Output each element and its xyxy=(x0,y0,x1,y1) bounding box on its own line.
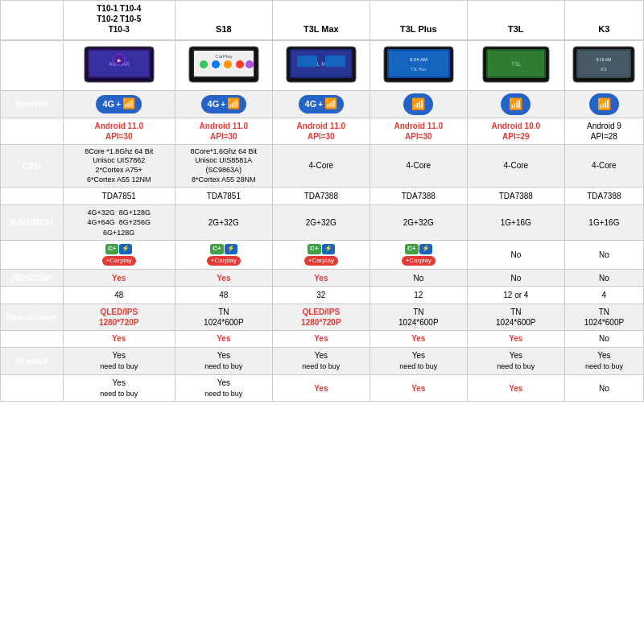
eq-val-s18: 48 xyxy=(177,290,270,300)
header-k3: K3 xyxy=(564,1,643,41)
plus-text2: + xyxy=(221,99,225,109)
internet-badge-t10: 4G + 📶 xyxy=(96,95,142,114)
system-val-s18: Android 11.0API=30 xyxy=(177,121,270,142)
carplay-icon-t3lplus: C+ ⚡ xyxy=(405,244,431,254)
wifi-icon3: 📶 xyxy=(324,97,337,111)
system-row: Syster Android 11.0API=30 Android 11.0AP… xyxy=(1,118,644,144)
model-image-k3: 8:16 AM K3 xyxy=(572,43,636,85)
svg-point-11 xyxy=(212,60,220,68)
cpu-val-t3lplus: 4-Core xyxy=(372,160,465,171)
system-val-k3: Android 9API=28 xyxy=(567,121,642,142)
rdsdsp-val-t3lmax: Yes xyxy=(275,273,368,283)
cpu-t3lplus: 4-Core xyxy=(369,144,467,188)
svg-text:K3: K3 xyxy=(601,67,608,72)
resolution-t3lplus: TN1024*600P xyxy=(369,303,467,330)
cp-green-t3lplus: C+ xyxy=(405,244,418,254)
svg-point-13 xyxy=(236,60,244,68)
svg-text:T3L: T3L xyxy=(511,61,521,67)
carplay-icon-t10: C+ ⚡ xyxy=(105,244,132,254)
eq-k3: 4 xyxy=(564,287,643,303)
rdsdsp-t3lplus: No xyxy=(369,270,467,287)
splitscreen-row: Split Screen Yes Yes Yes Yes Yes No xyxy=(1,330,644,347)
system-val-t3lplus: Android 11.0API=30 xyxy=(372,121,465,142)
cpu-val-t3lmax: 4-Core xyxy=(275,160,368,171)
rdsdsp-label: RDS/DSP xyxy=(12,273,52,283)
header-feature xyxy=(1,1,64,41)
aivoice-val-t3lplus: Yesneed to buy xyxy=(372,350,465,372)
ampic-val-t3l: TDA7388 xyxy=(469,191,563,201)
avoutput-val-t3lplus: Yes xyxy=(372,383,465,394)
avoutput-k3: No xyxy=(564,374,643,402)
ampic-s18: TDA7851 xyxy=(175,188,272,204)
svg-text:8:04 AM: 8:04 AM xyxy=(410,57,427,62)
ramrom-k3: 1G+16G xyxy=(564,204,643,241)
ampic-t10: TDA7851 xyxy=(63,188,175,204)
wifi-icon2: 📶 xyxy=(227,97,240,111)
plus-text3: + xyxy=(318,99,323,109)
cp-red-t3lplus: +Carplay xyxy=(402,256,436,266)
ramrom-val-s18: 2G+32G xyxy=(177,217,270,228)
carplay-t3lplus: C+ ⚡ +Carplay xyxy=(369,241,467,270)
ampic-val-s18: TDA7851 xyxy=(177,191,270,201)
splitscreen-t3lmax: Yes xyxy=(272,330,369,347)
cpu-val-t3l: 4-Core xyxy=(469,160,563,171)
model-t3lplus: 8:04 AM T3L Plus xyxy=(369,40,467,91)
internet-badge-t3lmax: 4G + 📶 xyxy=(299,95,345,114)
splitscreen-t10: Yes xyxy=(63,330,175,347)
resolution-val-t10: QLED/IPS1280*720P xyxy=(65,307,173,328)
svg-point-10 xyxy=(200,60,208,68)
eq-label: EQ xyxy=(25,290,38,299)
aivoice-row: AI voice Yesneed to buy Yesneed to buy Y… xyxy=(1,348,644,375)
aivoice-t3lmax: Yesneed to buy xyxy=(272,348,369,375)
cpu-k3: 4-Core xyxy=(564,144,643,188)
carplay-t10: C+ ⚡ +Carplay xyxy=(63,241,175,270)
header-t10: T10-1 T10-4 T10-2 T10-5 T10-3 xyxy=(63,1,175,41)
carplay-val-k3: No xyxy=(567,250,642,260)
carplay-row: CarplayAndroid Auto C+ ⚡ +Carplay C+ ⚡ +… xyxy=(1,241,644,270)
model-row: Model AVATAR ▶ xyxy=(1,40,644,91)
cp-green-t10: C+ xyxy=(105,244,118,254)
split-val-k3: No xyxy=(567,333,642,344)
ampic-k3: TDA7388 xyxy=(564,188,643,204)
model-label: Model xyxy=(19,60,44,70)
rdsdsp-t10: Yes xyxy=(63,270,175,287)
rdsdsp-row: RDS/DSP Yes Yes Yes No No No xyxy=(1,270,644,287)
system-val-t3lmax: Android 11.0API=30 xyxy=(275,121,368,142)
resolution-val-t3lmax: QLED/IPS1280*720P xyxy=(275,307,368,328)
carplay-t3lmax: C+ ⚡ +Carplay xyxy=(272,241,369,270)
resolution-row: Resuolution QLED/IPS1280*720P TN1024*600… xyxy=(1,303,644,330)
cp-red-s18: +Carplay xyxy=(207,256,241,266)
rdsdsp-val-k3: No xyxy=(567,273,642,283)
ampic-label: AMP IC xyxy=(16,191,47,200)
eq-t3lplus: 12 xyxy=(369,287,467,303)
model-t3lmax: T3L Max xyxy=(272,40,369,91)
internet-t10: 4G + 📶 xyxy=(63,91,175,118)
rdsdsp-val-t3l: No xyxy=(469,273,563,283)
feature-splitscreen: Split Screen xyxy=(1,330,64,347)
wifi-badge-t3lplus: 📶 xyxy=(403,93,433,115)
system-t3lplus: Android 11.0API=30 xyxy=(369,118,467,144)
ramrom-t10: 4G+32G 8G+128G4G+64G 8G+256G6G+128G xyxy=(63,204,175,241)
resolution-val-t3l: TN1024*600P xyxy=(469,307,563,328)
ramrom-val-t10: 4G+32G 8G+128G4G+64G 8G+256G6G+128G xyxy=(65,208,173,238)
feature-rdsdsp: RDS/DSP xyxy=(1,270,64,287)
split-val-t3lplus: Yes xyxy=(372,333,465,344)
system-t3lmax: Android 11.0API=30 xyxy=(272,118,369,144)
cp-blue-t10: ⚡ xyxy=(119,244,132,254)
cpu-row: CPU 8Core *1.8Ghz 64 BitUnisoc UIS78622*… xyxy=(1,144,644,188)
cpu-t3l: 4-Core xyxy=(467,144,564,188)
system-label: Syster xyxy=(18,126,45,135)
svg-point-12 xyxy=(224,60,232,68)
rdsdsp-t3l: No xyxy=(467,270,564,287)
ramrom-val-t3lmax: 2G+32G xyxy=(275,217,368,228)
system-t3l: Android 10.0API=29 xyxy=(467,118,564,144)
ramrom-val-t3lplus: 2G+32G xyxy=(372,217,465,228)
resolution-val-s18: TN1024*600P xyxy=(177,307,270,328)
system-k3: Android 9API=28 xyxy=(564,118,643,144)
wifi-icon: 📶 xyxy=(122,97,135,111)
feature-system: Syster xyxy=(1,118,64,144)
model-image-t3lmax: T3L Max xyxy=(285,43,357,85)
eq-s18: 48 xyxy=(175,287,272,303)
wifi-icon6: 📶 xyxy=(597,97,611,110)
avoutput-val-s18: Yesneed to buy xyxy=(177,378,270,399)
